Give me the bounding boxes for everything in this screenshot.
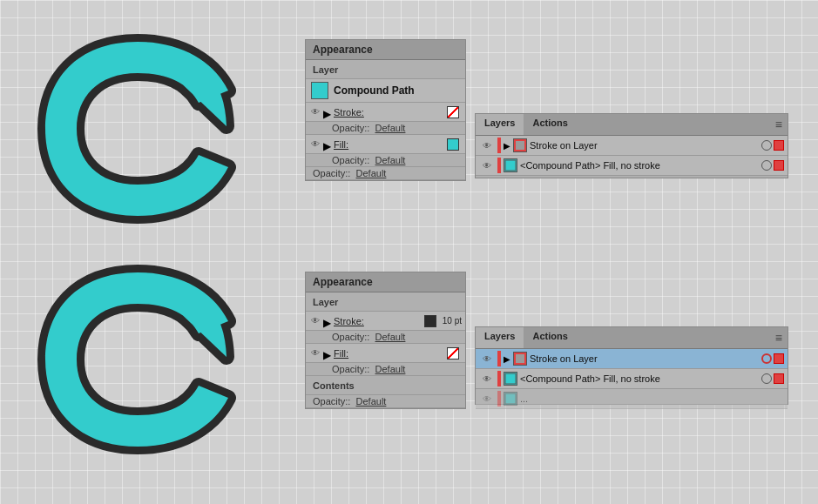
eye-icon-stroke-bottom[interactable]: 👁 xyxy=(309,315,321,327)
layer-target-dot-stroke-top[interactable] xyxy=(761,140,772,151)
compound-path-icon-top xyxy=(311,82,328,99)
layer-thumb-fill-bottom xyxy=(504,372,517,386)
appearance-panel-bottom-header: Appearance xyxy=(306,272,465,292)
layer-eye-stroke-top[interactable]: 👁 xyxy=(479,138,495,153)
layer-eye-extra-bottom[interactable]: 👁 xyxy=(479,391,495,407)
fill-color-box-bottom[interactable] xyxy=(447,347,459,360)
layer-sel-sq-stroke-bottom[interactable] xyxy=(774,353,784,364)
stroke-opacity-row-top: Opacity:: Default xyxy=(306,122,465,135)
opacity-value-stroke-top[interactable]: Default xyxy=(375,123,406,133)
fill-opacity-row-top: Opacity:: Default xyxy=(306,154,465,167)
layers-panel-bottom: Layers Actions ≡ 👁 ▶ Stroke on Layer 👁 <… xyxy=(475,326,788,405)
stroke-label-top: Stroke: xyxy=(334,107,444,118)
layer-thumb-stroke-top xyxy=(513,138,527,152)
opacity-label-final-top: Opacity: xyxy=(313,168,348,178)
fill-row-top[interactable]: 👁 ▶ Fill: xyxy=(306,135,465,154)
layer-target-dot-fill-top[interactable] xyxy=(761,160,772,171)
fill-row-bottom[interactable]: 👁 ▶ Fill: xyxy=(306,344,465,363)
layer-row-fill-top[interactable]: 👁 <Compound Path> Fill, no stroke xyxy=(476,156,788,176)
letter-c-bottom xyxy=(26,257,270,466)
layer-section-bottom: Layer xyxy=(306,292,465,312)
stroke-opacity-label-top: Opacity:: Default xyxy=(332,123,405,133)
layer-eye-fill-top[interactable]: 👁 xyxy=(479,158,495,173)
fill-label-top: Fill: xyxy=(334,139,444,150)
chevron-stroke-top[interactable]: ▶ xyxy=(323,108,332,117)
actions-tab-bottom[interactable]: Actions xyxy=(524,327,576,348)
letter-c-bottom-svg xyxy=(26,257,270,466)
layer-color-bar-fill-top xyxy=(497,158,501,173)
layers-menu-top[interactable]: ≡ xyxy=(770,114,788,135)
fill-opacity-row-bottom: Opacity:: Default xyxy=(306,363,465,376)
final-opacity-label-top: Opacity:: Default xyxy=(313,168,386,178)
layers-panel-top: Layers Actions ≡ 👁 ▶ Stroke on Layer 👁 <… xyxy=(475,113,788,178)
svg-rect-4 xyxy=(505,393,516,404)
final-opacity-row-bottom: Opacity:: Default xyxy=(306,395,465,408)
layer-eye-stroke-bottom[interactable]: 👁 xyxy=(479,351,495,366)
svg-rect-2 xyxy=(515,353,525,364)
svg-rect-3 xyxy=(505,373,516,384)
layer-label-top: Layer xyxy=(313,64,338,75)
layer-row-extra-bottom[interactable]: 👁 ... xyxy=(476,389,788,409)
layers-header-bottom: Layers Actions ≡ xyxy=(476,327,788,349)
layer-section-top: Layer xyxy=(306,60,465,79)
layer-label-stroke-bottom: Stroke on Layer xyxy=(530,353,761,364)
layer-actions-fill-top xyxy=(761,160,784,171)
stroke-color-box-bottom[interactable] xyxy=(424,315,436,327)
layers-tab-top[interactable]: Layers xyxy=(476,114,524,135)
layer-color-bar-stroke-top xyxy=(497,138,501,153)
stroke-pt-value-bottom: 10 pt xyxy=(443,316,462,326)
chevron-stroke-bottom[interactable]: ▶ xyxy=(323,317,332,326)
layer-eye-fill-bottom[interactable]: 👁 xyxy=(479,371,495,386)
eye-icon-fill-top[interactable]: 👁 xyxy=(309,138,321,151)
layer-target-dot-fill-bottom[interactable] xyxy=(761,373,772,384)
fill-color-box-top[interactable] xyxy=(447,138,459,151)
opacity-label-stroke-top: Opacity: xyxy=(332,123,367,133)
layer-sel-sq-fill-top[interactable] xyxy=(774,160,784,171)
chevron-fill-bottom[interactable]: ▶ xyxy=(323,349,332,358)
layer-label-stroke-top: Stroke on Layer xyxy=(530,140,761,151)
layer-target-circle-bottom[interactable] xyxy=(761,353,772,364)
layer-sel-sq-fill-bottom[interactable] xyxy=(774,373,784,384)
final-opacity-label-bottom: Opacity:: Default xyxy=(313,396,386,407)
layer-thumb-extra-bottom xyxy=(504,392,517,406)
appearance-title-top: Appearance xyxy=(313,44,373,56)
opacity-value-fill-top[interactable]: Default xyxy=(375,155,406,165)
layer-label-extra-bottom: ... xyxy=(520,393,784,404)
layer-thumb-fill-top xyxy=(504,158,517,172)
letter-c-top xyxy=(26,26,270,235)
layer-row-fill-bottom[interactable]: 👁 <Compound Path> Fill, no stroke xyxy=(476,369,788,389)
layer-sel-sq-stroke-top[interactable] xyxy=(774,140,784,151)
final-opacity-row-top: Opacity:: Default xyxy=(306,167,465,180)
layer-actions-stroke-bottom xyxy=(761,353,784,364)
opacity-value-final-top[interactable]: Default xyxy=(356,168,387,178)
stroke-row-top[interactable]: 👁 ▶ Stroke: xyxy=(306,103,465,122)
compound-path-row-top[interactable]: Compound Path xyxy=(306,79,465,103)
layer-row-stroke-top[interactable]: 👁 ▶ Stroke on Layer xyxy=(476,136,788,156)
svg-rect-0 xyxy=(515,140,525,151)
layer-chevron-stroke-top[interactable]: ▶ xyxy=(504,141,510,151)
layers-menu-bottom[interactable]: ≡ xyxy=(770,327,788,348)
stroke-opacity-row-bottom: Opacity:: Default xyxy=(306,331,465,344)
layer-actions-fill-bottom xyxy=(761,373,784,384)
fill-opacity-label-bottom: Opacity:: Default xyxy=(332,364,405,374)
chevron-fill-top[interactable]: ▶ xyxy=(323,140,332,149)
eye-icon-fill-bottom[interactable]: 👁 xyxy=(309,347,321,360)
layers-tab-bottom[interactable]: Layers xyxy=(476,327,524,348)
opacity-label-fill-top: Opacity: xyxy=(332,155,367,165)
stroke-color-box-top[interactable] xyxy=(447,106,459,118)
actions-tab-top[interactable]: Actions xyxy=(524,114,576,135)
fill-opacity-label-top: Opacity:: Default xyxy=(332,155,405,165)
compound-path-label-top: Compound Path xyxy=(334,84,415,97)
layer-label-bottom: Layer xyxy=(313,297,338,307)
contents-row-bottom: Contents xyxy=(306,376,465,395)
eye-icon-stroke-top[interactable]: 👁 xyxy=(309,106,321,118)
stroke-row-bottom[interactable]: 👁 ▶ Stroke: 10 pt xyxy=(306,312,465,331)
appearance-panel-bottom: Appearance Layer 👁 ▶ Stroke: 10 pt Opaci… xyxy=(305,272,466,409)
layer-label-fill-top: <Compound Path> Fill, no stroke xyxy=(520,160,761,171)
contents-label-bottom: Contents xyxy=(313,380,355,391)
letter-c-top-svg xyxy=(26,26,270,235)
layer-row-stroke-bottom[interactable]: 👁 ▶ Stroke on Layer xyxy=(476,349,788,369)
appearance-title-bottom: Appearance xyxy=(313,276,373,288)
layer-chevron-stroke-bottom[interactable]: ▶ xyxy=(504,354,510,364)
stroke-opacity-label-bottom: Opacity:: Default xyxy=(332,332,405,342)
